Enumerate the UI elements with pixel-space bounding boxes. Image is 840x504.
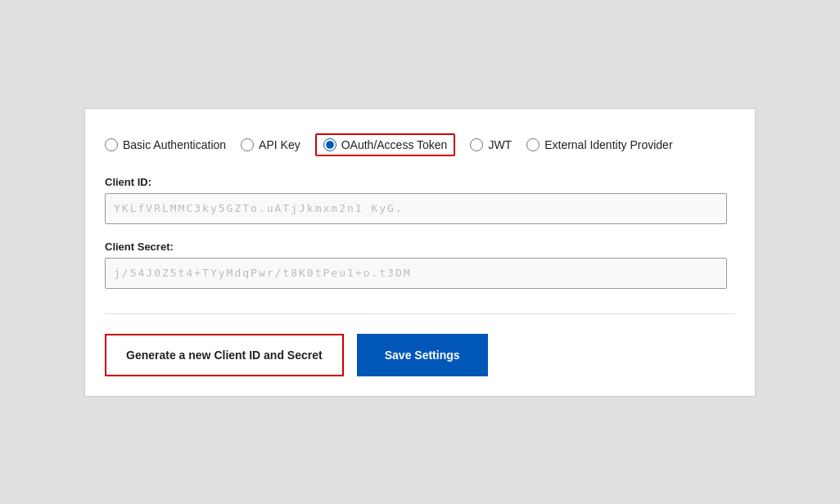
radio-external-label: External Identity Provider [544, 138, 672, 151]
oauth-form: Client ID: Client Secret: [105, 169, 735, 289]
save-settings-button[interactable]: Save Settings [357, 334, 488, 376]
radio-oauth[interactable] [323, 138, 336, 151]
radio-apikey-label: API Key [259, 138, 300, 151]
radio-basic-label: Basic Authentication [123, 138, 226, 151]
generate-button[interactable]: Generate a new Client ID and Secret [105, 334, 344, 376]
radio-external[interactable] [526, 138, 540, 151]
radio-option-basic[interactable]: Basic Authentication [105, 138, 226, 151]
client-id-label: Client ID: [105, 176, 735, 188]
radio-basic[interactable] [105, 138, 118, 151]
client-id-group: Client ID: [105, 176, 735, 224]
radio-option-jwt[interactable]: JWT [470, 138, 512, 151]
radio-jwt[interactable] [470, 138, 483, 151]
section-divider [105, 313, 735, 314]
radio-option-oauth[interactable]: OAuth/Access Token [315, 133, 456, 156]
client-id-input[interactable] [105, 193, 727, 224]
client-secret-label: Client Secret: [105, 241, 735, 253]
radio-apikey[interactable] [241, 138, 254, 151]
auth-type-group: Basic Authentication API Key OAuth/Acces… [105, 125, 735, 169]
radio-option-apikey[interactable]: API Key [241, 138, 300, 151]
radio-oauth-label: OAuth/Access Token [341, 138, 448, 151]
radio-jwt-label: JWT [488, 138, 512, 151]
radio-option-external[interactable]: External Identity Provider [526, 138, 672, 151]
action-buttons: Generate a new Client ID and Secret Save… [105, 334, 735, 376]
settings-panel: Basic Authentication API Key OAuth/Acces… [84, 108, 756, 397]
client-secret-input[interactable] [105, 258, 727, 289]
client-secret-group: Client Secret: [105, 241, 735, 289]
